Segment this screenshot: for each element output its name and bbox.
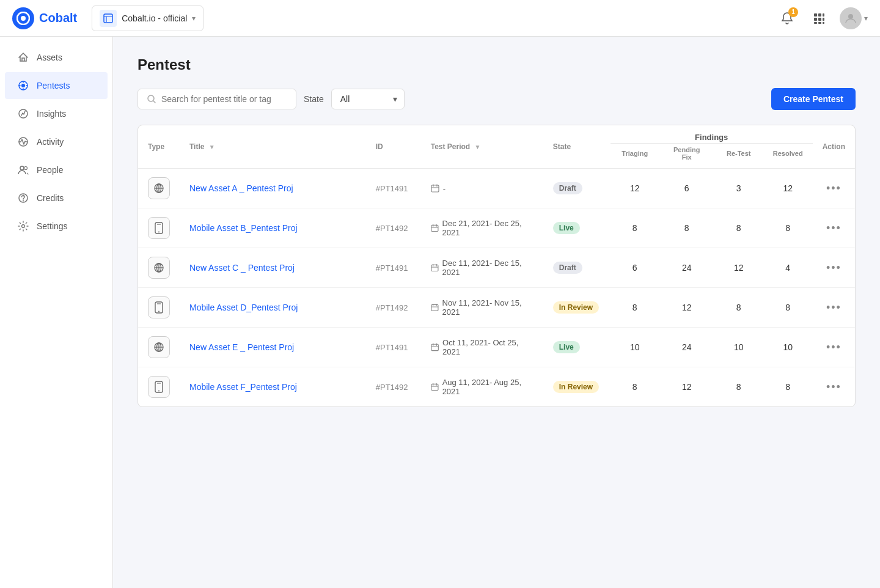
table-row: Mobile Asset F_Pentest Proj #PT1492 Aug … [138, 367, 855, 407]
people-icon [17, 164, 29, 176]
sidebar-item-credits[interactable]: Credits [5, 185, 108, 211]
svg-point-62 [158, 391, 160, 392]
cell-retest: 8 [714, 367, 763, 407]
notif-badge: 1 [788, 7, 798, 17]
cell-title: Mobile Asset F_Pentest Proj [180, 367, 366, 407]
cell-triaging: 8 [610, 288, 659, 328]
notifications-button[interactable]: 1 [776, 7, 798, 29]
status-badge: Live [553, 222, 580, 234]
sidebar: Assets Pentests [0, 37, 113, 588]
cell-title: New Asset C _ Pentest Proj [180, 248, 366, 288]
row-action-menu[interactable]: ••• [823, 222, 845, 235]
pentest-title-link[interactable]: Mobile Asset F_Pentest Proj [189, 382, 297, 392]
period-value: Nov 11, 2021- Nov 15, 2021 [431, 298, 534, 317]
svg-rect-2 [104, 14, 112, 23]
cell-id: #PT1492 [366, 367, 421, 407]
cell-retest: 3 [714, 169, 763, 208]
col-header-retest: Re-Test [714, 144, 763, 169]
cell-action: ••• [813, 367, 855, 407]
svg-rect-8 [823, 18, 824, 21]
topbar: Cobalt Cobalt.io - official ▾ 1 [0, 0, 880, 37]
cell-triaging: 8 [610, 208, 659, 248]
state-select[interactable]: All Draft Live In Review [331, 89, 405, 109]
period-value: Aug 11, 2021- Aug 25, 2021 [431, 378, 534, 396]
avatar [840, 7, 862, 29]
sidebar-item-activity[interactable]: Activity [5, 128, 108, 155]
cell-resolved: 8 [763, 208, 813, 248]
cell-id: #PT1492 [366, 208, 421, 248]
main-area: Assets Pentests [0, 37, 880, 588]
cell-period: Nov 11, 2021- Nov 15, 2021 [421, 288, 543, 328]
sidebar-item-people-label: People [37, 165, 64, 175]
row-action-menu[interactable]: ••• [823, 262, 845, 274]
sidebar-item-pentests[interactable]: Pentests [5, 72, 108, 99]
row-action-menu[interactable]: ••• [823, 182, 845, 195]
sidebar-item-insights[interactable]: Insights [5, 100, 108, 127]
page-title: Pentest [138, 56, 856, 73]
calendar-icon [431, 263, 439, 272]
cell-title: Mobile Asset B_Pentest Proj [180, 208, 366, 248]
cell-pending-fix: 12 [659, 367, 714, 407]
svg-rect-26 [431, 185, 439, 192]
search-input[interactable] [161, 94, 284, 104]
pentest-title-link[interactable]: New Asset E _ Pentest Proj [189, 342, 294, 352]
cell-pending-fix: 24 [659, 328, 714, 367]
status-badge: Live [553, 341, 580, 353]
type-icon-mobile [148, 296, 170, 318]
cell-action: ••• [813, 248, 855, 288]
cell-state: In Review [543, 367, 610, 407]
state-label: State [304, 94, 324, 104]
pentest-title-link[interactable]: New Asset C _ Pentest Proj [189, 263, 295, 273]
cell-resolved: 10 [763, 328, 813, 367]
cell-type [138, 208, 180, 248]
svg-point-47 [158, 311, 160, 312]
col-header-pending-fix: Pending Fix [659, 144, 714, 169]
org-selector[interactable]: Cobalt.io - official ▾ [92, 6, 204, 31]
svg-rect-3 [814, 13, 817, 17]
cell-title: New Asset E _ Pentest Proj [180, 328, 366, 367]
cell-action: ••• [813, 328, 855, 367]
svg-rect-48 [431, 304, 438, 311]
pentest-title-link[interactable]: New Asset A _ Pentest Proj [189, 183, 293, 193]
type-icon-mobile [148, 376, 170, 398]
cell-action: ••• [813, 208, 855, 248]
row-action-menu[interactable]: ••• [823, 381, 845, 394]
search-box[interactable] [138, 89, 296, 109]
pentest-title-link[interactable]: Mobile Asset B_Pentest Proj [189, 223, 298, 233]
sidebar-item-assets-label: Assets [37, 53, 62, 62]
svg-rect-41 [431, 265, 438, 271]
sidebar-item-activity-label: Activity [37, 137, 64, 147]
cell-period: Oct 11, 2021- Oct 25, 2021 [421, 328, 543, 367]
toolbar: State All Draft Live In Review Create Pe… [138, 88, 856, 110]
row-action-menu[interactable]: ••• [823, 301, 845, 314]
cell-retest: 8 [714, 208, 763, 248]
cell-retest: 8 [714, 288, 763, 328]
svg-point-1 [21, 16, 26, 21]
sidebar-item-assets[interactable]: Assets [5, 44, 108, 71]
logo-icon [12, 7, 34, 29]
type-icon-web [148, 336, 170, 358]
table-row: Mobile Asset D_Pentest Proj #PT1492 Nov … [138, 288, 855, 328]
cell-retest: 12 [714, 248, 763, 288]
state-wrapper: All Draft Live In Review [331, 89, 405, 109]
sidebar-item-people[interactable]: People [5, 156, 108, 183]
cell-period: Aug 11, 2021- Aug 25, 2021 [421, 367, 543, 407]
col-header-title[interactable]: Title ▼ [180, 125, 366, 169]
cell-pending-fix: 6 [659, 169, 714, 208]
sidebar-item-settings[interactable]: Settings [5, 213, 108, 240]
svg-point-18 [24, 167, 28, 170]
pentest-title-link[interactable]: Mobile Asset D_Pentest Proj [189, 303, 298, 312]
row-action-menu[interactable]: ••• [823, 341, 845, 354]
status-badge: In Review [553, 381, 599, 393]
grid-menu-button[interactable] [808, 7, 830, 29]
user-menu[interactable]: ▾ [840, 7, 868, 29]
col-header-period[interactable]: Test Period ▼ [421, 125, 543, 169]
svg-rect-9 [814, 22, 817, 24]
topbar-right: 1 [776, 7, 868, 29]
cell-state: Draft [543, 169, 610, 208]
create-pentest-button[interactable]: Create Pentest [771, 88, 856, 110]
cell-state: Draft [543, 248, 610, 288]
svg-rect-6 [814, 18, 817, 21]
svg-point-17 [20, 166, 24, 170]
calendar-icon [431, 383, 439, 391]
